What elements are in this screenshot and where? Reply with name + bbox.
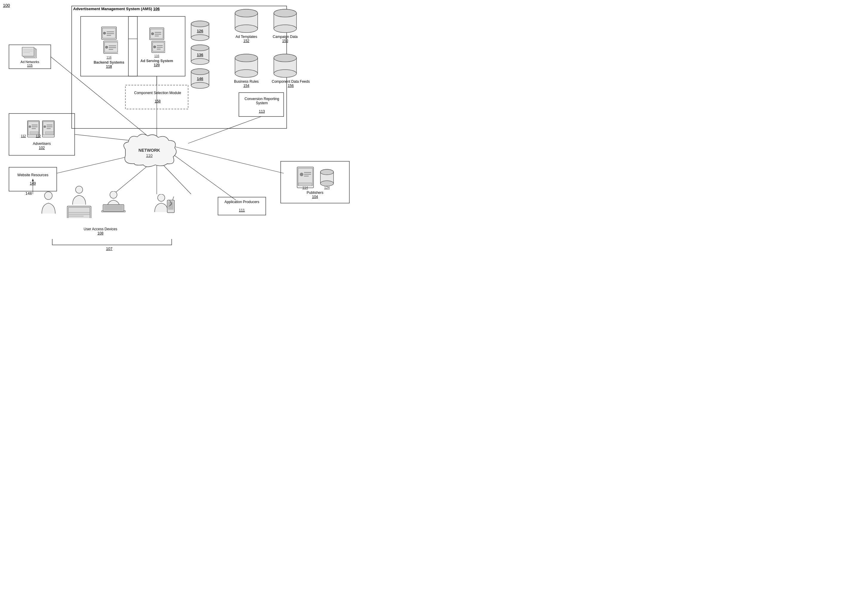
svg-point-50 [191, 34, 209, 41]
svg-rect-97 [47, 128, 51, 129]
conversion-reporting: Conversion Reporting System 113 [240, 94, 284, 117]
ref-148: 148 [25, 191, 32, 196]
svg-rect-96 [47, 126, 53, 127]
svg-rect-45 [157, 45, 163, 46]
svg-line-123 [173, 197, 174, 200]
svg-rect-119 [104, 205, 123, 210]
svg-rect-81 [22, 47, 34, 56]
svg-point-60 [191, 83, 209, 88]
svg-rect-130 [299, 183, 312, 186]
svg-rect-90 [32, 128, 36, 129]
svg-rect-29 [107, 35, 111, 36]
svg-rect-98 [45, 132, 54, 134]
svg-rect-41 [155, 36, 159, 36]
svg-text:124: 124 [324, 186, 330, 189]
ref-107: 107 [106, 247, 112, 251]
svg-point-65 [235, 25, 258, 33]
network-cloud: NETWORK 110 [120, 131, 179, 169]
user-figure-1 [40, 191, 57, 216]
cylinder-126: 126 [190, 20, 210, 42]
svg-point-69 [274, 25, 296, 33]
svg-rect-27 [107, 31, 114, 32]
svg-line-18 [173, 146, 284, 173]
diagram: 100 Advertisement Management System (AMS… [0, 0, 358, 254]
svg-point-126 [300, 173, 303, 176]
svg-point-110 [76, 186, 83, 193]
business-rules: Business Rules 154 [233, 54, 260, 88]
ref-116a: 116 [107, 56, 112, 59]
ref-100: 100 [3, 3, 10, 8]
svg-rect-115 [69, 215, 84, 217]
component-selection: Component Selection Module 158 [128, 87, 187, 108]
svg-text:114: 114 [302, 186, 308, 189]
svg-point-116 [110, 191, 117, 198]
svg-text:NETWORK: NETWORK [139, 148, 160, 153]
backend-systems: 116 Backend Systems118 [82, 18, 136, 76]
svg-point-87 [29, 125, 31, 128]
svg-rect-129 [304, 176, 309, 176]
component-data-feeds: Component Data Feeds 156 [272, 54, 310, 88]
svg-rect-28 [107, 33, 114, 34]
svg-rect-95 [47, 125, 53, 125]
svg-point-44 [153, 46, 156, 48]
laptop-user [100, 191, 127, 222]
application-producers-box: Application Producers 111 [218, 197, 266, 215]
svg-point-55 [191, 59, 209, 64]
ad-networks-box: Ad Networks 115 [9, 45, 51, 69]
svg-rect-114 [69, 214, 90, 215]
svg-point-51 [191, 21, 209, 27]
svg-rect-40 [155, 34, 161, 34]
svg-rect-89 [32, 126, 37, 127]
svg-point-38 [151, 33, 154, 35]
cylinder-136: 136 [190, 44, 210, 66]
svg-rect-127 [304, 172, 311, 173]
ams-title: Advertisement Management System (AMS) 10… [73, 6, 160, 11]
svg-point-120 [157, 194, 165, 201]
svg-rect-128 [304, 174, 311, 175]
svg-rect-35 [109, 49, 113, 50]
svg-rect-122 [168, 201, 173, 210]
svg-point-32 [105, 46, 108, 48]
svg-point-66 [235, 9, 258, 17]
ref-116b: 116 [154, 55, 159, 58]
svg-point-70 [274, 9, 296, 17]
svg-rect-91 [30, 132, 38, 134]
svg-rect-34 [109, 47, 116, 48]
svg-text:136: 136 [197, 53, 203, 57]
svg-rect-47 [157, 49, 161, 50]
svg-line-11 [188, 117, 261, 144]
svg-point-133 [320, 181, 333, 186]
svg-point-78 [274, 54, 296, 62]
ad-templates: Ad Templates 152 [233, 9, 260, 43]
advertisers-box: 112 112 Advertisers 102 [9, 114, 75, 155]
svg-text:126: 126 [197, 29, 203, 33]
website-resources-box: Website Resources 149 [9, 167, 57, 191]
desktop-user [64, 185, 94, 219]
user-access-label: User Access Devices 108 [84, 227, 117, 236]
cylinder-146: 146 [190, 68, 210, 90]
svg-point-134 [320, 169, 333, 175]
svg-text:110: 110 [146, 153, 153, 158]
svg-point-77 [274, 70, 296, 77]
svg-point-109 [45, 192, 52, 200]
svg-line-19 [170, 152, 236, 200]
publishers-box: 114 124 Publishers 104 [281, 161, 349, 203]
campaign-data: Campaign Data 150 [272, 9, 299, 43]
svg-point-94 [44, 125, 46, 128]
ad-serving-system: 116 Ad Serving System120 [130, 18, 184, 76]
ad-serving-label: Ad Serving System120 [140, 59, 173, 67]
svg-rect-33 [109, 45, 116, 46]
svg-point-74 [235, 54, 258, 62]
svg-point-61 [191, 69, 209, 75]
svg-point-73 [235, 70, 258, 77]
svg-rect-46 [157, 47, 163, 48]
svg-text:146: 146 [197, 76, 203, 81]
svg-point-26 [103, 32, 106, 34]
phone-user [152, 194, 176, 225]
svg-rect-39 [155, 32, 161, 33]
svg-point-56 [191, 45, 209, 51]
svg-rect-113 [69, 212, 90, 213]
svg-rect-88 [32, 125, 37, 125]
backend-systems-label: Backend Systems118 [94, 60, 125, 69]
